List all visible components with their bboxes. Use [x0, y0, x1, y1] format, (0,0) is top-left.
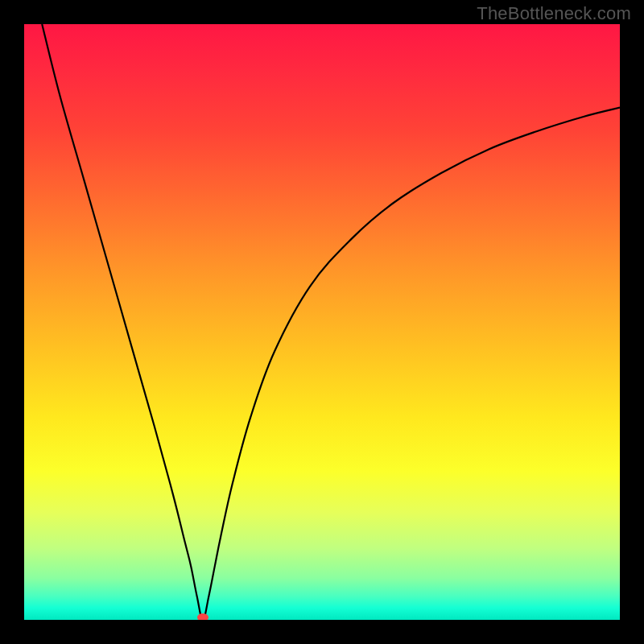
minimum-marker [197, 613, 208, 620]
chart-plot-area [24, 24, 620, 620]
watermark-text: TheBottleneck.com [477, 3, 631, 24]
chart-svg [24, 24, 620, 620]
bottleneck-curve [42, 24, 620, 620]
